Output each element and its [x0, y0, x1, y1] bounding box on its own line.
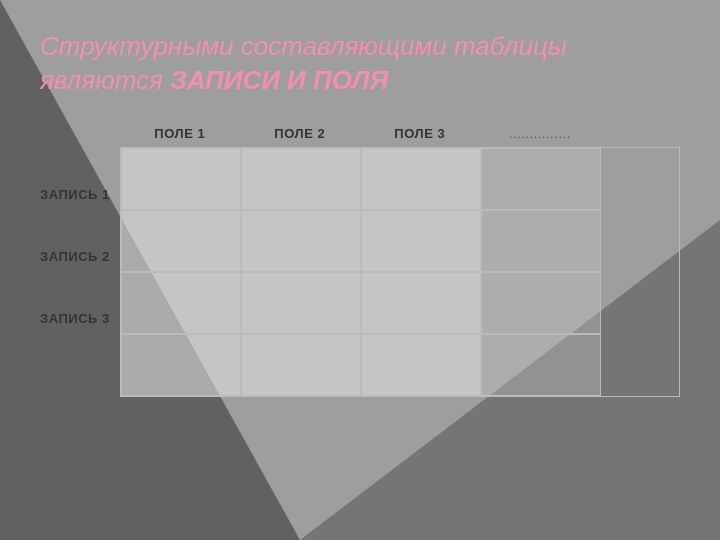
cell-r1c1 [121, 148, 241, 210]
grid-row-4 [121, 334, 679, 396]
slide: Структурными составляющими таблицы являю… [0, 0, 720, 540]
cell-r2c1 [121, 210, 241, 272]
cell-r1c4 [481, 148, 601, 210]
slide-title: Структурными составляющими таблицы являю… [40, 30, 680, 98]
title-text-part2: записи и поля [170, 65, 388, 95]
table-wrapper: ПОЛЕ 1 ПОЛЕ 2 ПОЛЕ 3 ............... [120, 126, 680, 397]
cell-r3c3 [361, 272, 481, 334]
row-label-dots: ............... [40, 350, 120, 412]
cell-r3c2 [241, 272, 361, 334]
cell-r1c3 [361, 148, 481, 210]
row-label-3: ЗАПИСЬ 3 [40, 288, 120, 350]
grid-row-3 [121, 272, 679, 334]
grid-row-1 [121, 148, 679, 210]
data-grid [120, 147, 680, 397]
table-area: ЗАПИСЬ 1 ЗАПИСЬ 2 ЗАПИСЬ 3 .............… [40, 126, 680, 412]
grid-row-2 [121, 210, 679, 272]
col-headers: ПОЛЕ 1 ПОЛЕ 2 ПОЛЕ 3 ............... [120, 126, 680, 147]
content-area: Структурными составляющими таблицы являю… [0, 0, 720, 432]
row-labels: ЗАПИСЬ 1 ЗАПИСЬ 2 ЗАПИСЬ 3 .............… [40, 126, 120, 412]
cell-r3c4 [481, 272, 601, 334]
cell-r3c1 [121, 272, 241, 334]
row-label-1: ЗАПИСЬ 1 [40, 164, 120, 226]
col-header-2: ПОЛЕ 2 [240, 126, 360, 147]
row-label-2: ЗАПИСЬ 2 [40, 226, 120, 288]
cell-r1c2 [241, 148, 361, 210]
cell-r4c1 [121, 334, 241, 396]
cell-r2c2 [241, 210, 361, 272]
cell-r2c4 [481, 210, 601, 272]
col-header-1: ПОЛЕ 1 [120, 126, 240, 147]
cell-r4c3 [361, 334, 481, 396]
cell-r2c3 [361, 210, 481, 272]
col-header-3: ПОЛЕ 3 [360, 126, 480, 147]
cell-r4c2 [241, 334, 361, 396]
cell-r4c4 [481, 334, 601, 396]
col-header-dots: ............... [480, 126, 600, 147]
